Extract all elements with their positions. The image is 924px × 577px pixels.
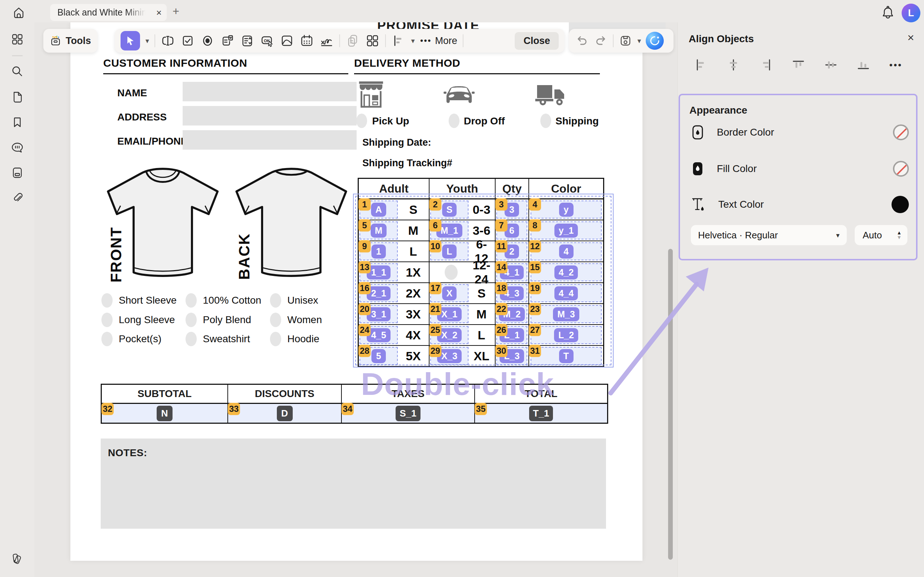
checkbox-circle[interactable] — [270, 293, 281, 308]
attribute-label: Poly Blend — [203, 314, 251, 326]
vertical-scrollbar[interactable] — [668, 249, 673, 560]
sidebar-item-attachments[interactable] — [10, 191, 24, 205]
align-top-icon[interactable] — [791, 58, 806, 72]
shipping-radio[interactable] — [540, 114, 551, 128]
checkbox-circle[interactable] — [270, 332, 281, 346]
save-chevron-icon[interactable]: ▾ — [637, 36, 641, 45]
sidebar-item-pages[interactable] — [10, 90, 24, 104]
cursor-chevron-icon[interactable]: ▾ — [145, 36, 149, 45]
align-tool-button[interactable] — [391, 34, 406, 48]
document-tab[interactable]: Black and White Minimalist × — [50, 4, 167, 21]
sidebar-item-search[interactable] — [10, 64, 24, 78]
sidebar-item-swatches[interactable] — [10, 552, 24, 566]
sidebar-item-grid[interactable] — [10, 32, 24, 46]
checkbox-circle[interactable] — [270, 313, 281, 327]
attribute-option[interactable]: Unisex — [270, 293, 318, 308]
signature-field-button[interactable] — [320, 34, 334, 48]
sidebar-item-comments[interactable] — [10, 141, 24, 155]
attribute-option[interactable]: Short Sleeve — [102, 293, 176, 308]
form-field[interactable]: M_3 — [531, 305, 602, 323]
ai-assistant-button[interactable] — [646, 32, 664, 50]
checkbox-circle[interactable] — [186, 313, 197, 327]
attribute-option[interactable]: Sweatshirt — [186, 332, 250, 346]
size-table-cell-color: 124 — [529, 241, 603, 261]
align-left-icon[interactable] — [694, 58, 708, 72]
align-chevron-icon[interactable]: ▾ — [411, 36, 415, 45]
totals-field-cell[interactable]: 34S_1 — [342, 404, 475, 423]
field-number-badge: 13 — [359, 261, 371, 273]
list-box-field-button[interactable] — [240, 34, 254, 48]
fill-color-swatch-none[interactable] — [893, 161, 909, 177]
form-field[interactable]: 4 — [531, 242, 602, 260]
home-icon[interactable] — [12, 6, 26, 19]
border-color-swatch-none[interactable] — [893, 124, 909, 140]
attribute-option[interactable]: Pocket(s) — [102, 332, 162, 346]
date-field-button[interactable] — [300, 34, 314, 48]
new-tab-icon[interactable]: + — [173, 5, 179, 17]
checkbox-circle[interactable] — [186, 293, 197, 308]
form-field[interactable]: 4_2 — [531, 263, 602, 281]
sidebar-item-form-fields[interactable] — [10, 166, 24, 180]
attribute-option[interactable]: Poly Blend — [186, 313, 251, 327]
notifications-bell-icon[interactable] — [881, 5, 895, 20]
email-phone-input[interactable] — [183, 130, 357, 150]
dropoff-radio[interactable] — [449, 114, 459, 128]
form-field[interactable]: 4_4 — [531, 284, 602, 302]
totals-field-cell[interactable]: 32N — [102, 404, 228, 423]
push-button-field-button[interactable]: OK — [260, 34, 274, 48]
attribute-option[interactable]: Long Sleeve — [102, 313, 175, 327]
align-bottom-icon[interactable] — [856, 58, 871, 72]
align-middle-vertical-icon[interactable] — [824, 58, 838, 72]
checkbox-circle[interactable] — [102, 293, 113, 308]
totals-field-cell[interactable]: 35T_1 — [475, 404, 607, 423]
form-field[interactable]: y — [531, 200, 602, 219]
align-right-icon[interactable] — [759, 58, 773, 72]
font-family-select[interactable]: Helvetica · Regular ▾ — [691, 225, 847, 245]
stepper-down-icon[interactable]: ▼ — [897, 235, 901, 240]
font-size-stepper[interactable]: Auto ▲ ▼ — [855, 225, 908, 245]
name-input[interactable] — [183, 82, 357, 102]
notes-box[interactable]: NOTES: — [101, 438, 606, 529]
checkbox-circle[interactable] — [186, 332, 197, 346]
fill-color-icon — [691, 161, 704, 177]
field-grid-button[interactable] — [365, 34, 380, 48]
tools-button[interactable]: Tools — [43, 29, 97, 53]
close-button[interactable]: Close — [515, 32, 559, 50]
totals-field-cell[interactable]: 33D — [228, 404, 342, 423]
redo-icon[interactable] — [594, 34, 608, 48]
checkbox-circle[interactable] — [102, 313, 113, 327]
avatar[interactable]: L — [901, 3, 921, 23]
form-field[interactable]: y_1 — [531, 221, 602, 239]
text-color-swatch[interactable] — [892, 196, 909, 213]
form-field[interactable]: L_2 — [531, 326, 602, 344]
panel-close-icon[interactable]: × — [908, 32, 914, 43]
more-button[interactable]: ••• More — [420, 35, 457, 47]
save-icon[interactable] — [618, 34, 633, 48]
tab-close-icon[interactable]: × — [156, 8, 162, 17]
duplicate-fields-button[interactable] — [346, 34, 360, 48]
image-field-button[interactable] — [280, 34, 294, 48]
form-field[interactable]: T — [531, 347, 602, 365]
undo-icon[interactable] — [575, 34, 589, 48]
checkbox-field-button[interactable] — [181, 34, 195, 48]
field-number-badge: 10 — [429, 240, 441, 253]
pickup-radio[interactable] — [356, 114, 367, 128]
radio-button-field-button[interactable] — [200, 34, 215, 48]
attribute-option[interactable]: Women — [270, 313, 322, 327]
attribute-option[interactable]: 100% Cotton — [186, 293, 261, 308]
address-input[interactable] — [183, 106, 357, 126]
align-more-icon[interactable]: ••• — [888, 58, 903, 72]
attribute-option[interactable]: Hoodie — [270, 332, 320, 346]
checkbox-circle[interactable] — [102, 332, 113, 346]
align-center-horizontal-icon[interactable] — [726, 58, 741, 72]
text-field-button[interactable] — [161, 34, 175, 48]
size-label: 4X — [400, 328, 426, 342]
field-number-badge: 6 — [429, 219, 441, 232]
text-color-row[interactable]: Text Color — [691, 195, 909, 213]
sidebar-item-bookmarks[interactable] — [10, 115, 24, 129]
radio-circle[interactable] — [445, 265, 458, 280]
select-cursor-button[interactable] — [121, 31, 140, 50]
border-color-row[interactable]: Border Color — [691, 123, 909, 141]
fill-color-row[interactable]: Fill Color — [691, 160, 909, 178]
combo-box-field-button[interactable] — [220, 34, 234, 48]
